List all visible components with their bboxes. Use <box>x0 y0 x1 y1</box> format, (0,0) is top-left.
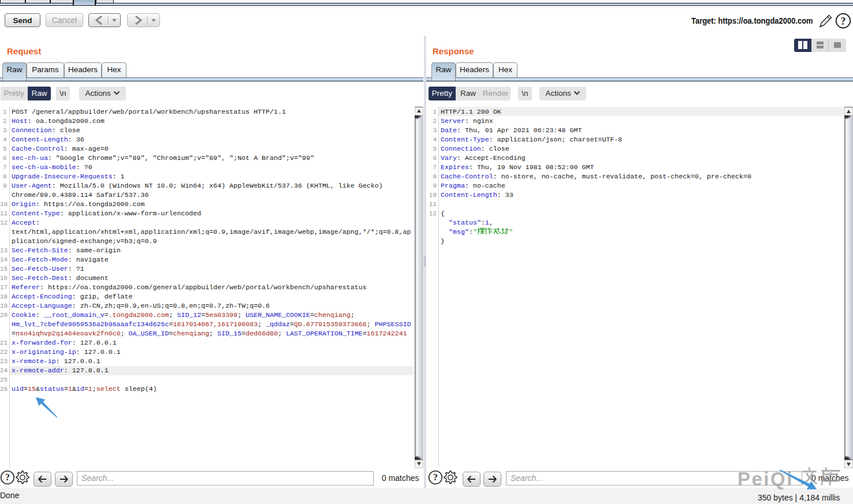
svg-text:?: ? <box>5 472 10 482</box>
svg-text:?: ? <box>841 16 846 27</box>
svg-text:?: ? <box>433 472 438 482</box>
